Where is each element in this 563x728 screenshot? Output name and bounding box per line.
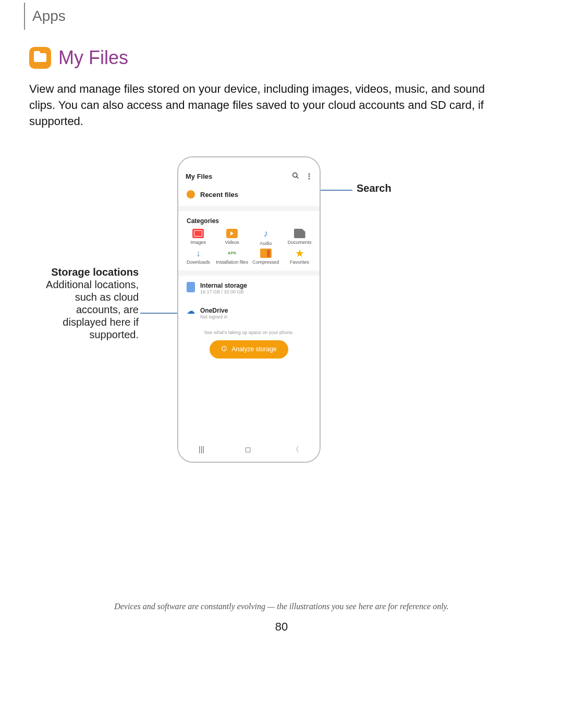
category-label: Installation files	[215, 260, 249, 265]
audio-icon: ♪	[262, 229, 270, 239]
analyze-icon	[221, 346, 227, 353]
storage-subtext: 16.17 GB / 32.00 GB	[200, 289, 247, 294]
search-callout: Search	[357, 182, 391, 194]
storage-name: Internal storage	[200, 282, 247, 289]
analyze-button-label: Analyze storage	[231, 346, 276, 353]
category-label: Videos	[215, 240, 249, 245]
nav-recents-icon[interactable]: |||	[190, 441, 213, 459]
compressed-icon	[260, 249, 272, 258]
more-options-icon[interactable]: ⋮	[305, 172, 312, 181]
storage-onedrive[interactable]: ☁ OneDrive Not signed in	[178, 301, 320, 326]
storage-callout: Storage locations Additional locations, …	[29, 266, 139, 341]
category-documents[interactable]: Documents	[283, 229, 316, 246]
footer-note: Devices and software are constantly evol…	[0, 602, 563, 611]
categories-heading: Categories	[178, 211, 320, 229]
apk-icon: APK	[226, 249, 238, 258]
storage-subtext: Not signed in	[200, 314, 228, 319]
internal-storage-icon	[187, 282, 195, 292]
search-icon[interactable]	[292, 172, 299, 181]
section-title: My Files	[58, 47, 128, 69]
category-videos[interactable]: Videos	[215, 229, 249, 246]
category-favorites[interactable]: ★ Favorites	[283, 249, 316, 265]
images-icon	[192, 229, 204, 238]
category-label: Favorites	[283, 260, 316, 265]
category-installation-files[interactable]: APK Installation files	[215, 249, 249, 265]
recent-files-label: Recent files	[200, 191, 238, 199]
category-label: Downloads	[181, 260, 215, 265]
category-images[interactable]: Images	[181, 229, 215, 246]
section-description: View and manage files stored on your dev…	[29, 81, 498, 129]
breadcrumb: Apps	[24, 3, 66, 30]
videos-icon	[226, 229, 238, 238]
storage-callout-title: Storage locations	[51, 266, 139, 278]
category-compressed[interactable]: Compressed	[249, 249, 283, 265]
phone-mockup: My Files ⋮ Recent files Categories Image…	[177, 156, 321, 463]
analyze-storage-button[interactable]: Analyze storage	[210, 340, 288, 359]
category-label: Compressed	[249, 260, 283, 265]
recent-files-row[interactable]: Recent files	[178, 185, 320, 206]
nav-home-icon[interactable]: ◻	[237, 441, 260, 459]
category-label: Documents	[283, 240, 316, 245]
category-downloads[interactable]: ↓ Downloads	[181, 249, 215, 265]
category-label: Audio	[249, 241, 283, 246]
storage-name: OneDrive	[200, 307, 228, 314]
app-title: My Files	[186, 172, 212, 180]
svg-line-1	[297, 177, 299, 179]
analyze-hint: See what's taking up space on your phone…	[178, 330, 320, 335]
svg-point-0	[293, 173, 297, 177]
storage-internal[interactable]: Internal storage 16.17 GB / 32.00 GB	[178, 276, 320, 301]
storage-callout-body: Additional locations, such as cloud acco…	[46, 279, 139, 340]
favorites-icon: ★	[294, 249, 305, 258]
documents-icon	[294, 229, 305, 238]
page-number: 80	[0, 620, 563, 634]
category-label: Images	[181, 240, 215, 245]
nav-back-icon[interactable]: 〈	[284, 441, 308, 459]
onedrive-icon: ☁	[187, 307, 195, 317]
clock-icon	[187, 190, 195, 199]
downloads-icon: ↓	[192, 249, 204, 258]
category-audio[interactable]: ♪ Audio	[249, 229, 283, 246]
my-files-app-icon	[29, 47, 51, 69]
